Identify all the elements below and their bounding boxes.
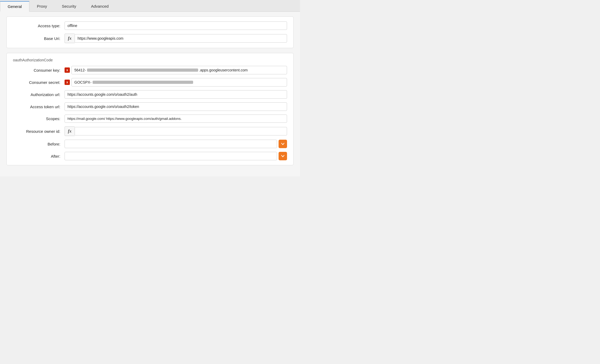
access-token-url-row: Access token url: <box>13 102 287 111</box>
base-uri-input[interactable] <box>75 34 287 43</box>
access-type-label: Access type: <box>13 24 65 28</box>
consumer-secret-error-icon: x <box>65 80 70 85</box>
consumer-secret-input[interactable]: GOCSPX- <box>71 78 287 87</box>
before-dropdown-button[interactable] <box>279 140 287 148</box>
resource-owner-id-row: Resource owner id: fx <box>13 126 287 136</box>
resource-owner-id-input[interactable] <box>75 127 287 135</box>
consumer-key-blurred <box>87 69 198 72</box>
after-label: After: <box>13 154 65 158</box>
before-label: Before: <box>13 142 65 146</box>
tab-bar: General Proxy Security Advanced <box>0 0 300 12</box>
oauth-section-title: oauthAuthorizationCode <box>13 58 287 62</box>
after-dropdown-button[interactable] <box>279 152 287 160</box>
scopes-label: Scopes: <box>13 116 65 121</box>
before-input-group <box>65 140 287 148</box>
consumer-key-prefix: 56412- <box>74 68 86 72</box>
resource-owner-id-label: Resource owner id: <box>13 129 65 134</box>
consumer-secret-blurred <box>93 81 193 84</box>
access-token-url-input[interactable] <box>65 102 287 111</box>
consumer-key-label: Consumer key: <box>13 68 65 72</box>
consumer-key-input[interactable]: 56412- .apps.googleusercontent.com <box>71 66 287 74</box>
authorization-url-input[interactable] <box>65 90 287 99</box>
main-content: Access type: Base Uri: fx oauthAuthoriza… <box>0 12 300 176</box>
base-uri-row: Base Uri: fx <box>13 34 287 43</box>
consumer-secret-row: Consumer secret: x GOCSPX- <box>13 78 287 87</box>
before-row: Before: <box>13 140 287 148</box>
after-row: After: <box>13 152 287 160</box>
chevron-down-icon-2 <box>281 154 285 158</box>
scopes-row: Scopes: <box>13 115 287 123</box>
consumer-secret-input-group: x GOCSPX- <box>65 78 287 87</box>
access-type-row: Access type: <box>13 21 287 30</box>
consumer-key-error-icon: x <box>65 67 70 73</box>
consumer-secret-label: Consumer secret: <box>13 80 65 85</box>
access-type-input[interactable] <box>65 21 287 30</box>
chevron-down-icon <box>281 142 285 146</box>
resource-owner-id-fx-button[interactable]: fx <box>65 126 75 136</box>
base-uri-input-group: fx <box>65 34 287 43</box>
resource-owner-id-input-group: fx <box>65 126 287 136</box>
base-uri-fx-button[interactable]: fx <box>65 34 75 43</box>
authorization-url-label: Authorization url: <box>13 92 65 97</box>
tab-proxy[interactable]: Proxy <box>29 1 54 11</box>
consumer-key-suffix: .apps.googleusercontent.com <box>199 68 248 72</box>
after-input[interactable] <box>65 152 277 160</box>
after-input-group <box>65 152 287 160</box>
tab-general[interactable]: General <box>0 1 29 12</box>
general-settings-card: Access type: Base Uri: fx <box>6 16 294 48</box>
tab-advanced[interactable]: Advanced <box>84 1 116 11</box>
consumer-key-row: Consumer key: x 56412- .apps.googleuserc… <box>13 66 287 74</box>
consumer-secret-prefix: GOCSPX- <box>74 80 92 84</box>
access-token-url-label: Access token url: <box>13 104 65 109</box>
base-uri-label: Base Uri: <box>13 36 65 41</box>
tab-security[interactable]: Security <box>54 1 84 11</box>
oauth-section: oauthAuthorizationCode Consumer key: x 5… <box>6 53 294 165</box>
consumer-key-input-group: x 56412- .apps.googleusercontent.com <box>65 66 287 74</box>
scopes-input[interactable] <box>65 115 287 123</box>
authorization-url-row: Authorization url: <box>13 90 287 99</box>
before-input[interactable] <box>65 140 277 148</box>
